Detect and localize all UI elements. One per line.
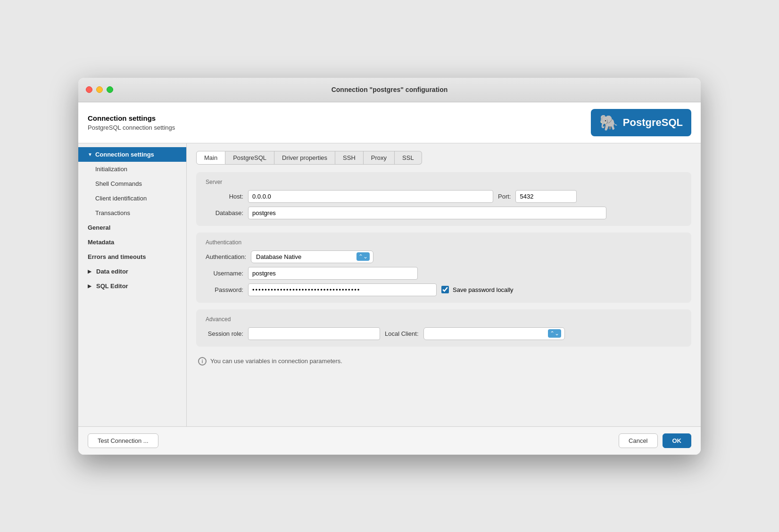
header-text: Connection settings PostgreSQL connectio… <box>88 114 175 131</box>
server-section-label: Server <box>206 179 682 185</box>
password-label: Password: <box>206 286 243 293</box>
info-icon: i <box>198 357 207 366</box>
advanced-section: Advanced Session role: Local Client: <box>196 309 691 347</box>
port-label: Port: <box>498 193 511 200</box>
database-label: Database: <box>206 209 243 216</box>
tab-ssh[interactable]: SSH <box>335 151 364 165</box>
postgresql-logo-text: PostgreSQL <box>623 116 683 129</box>
sidebar-item-label: Shell Commands <box>95 180 142 187</box>
dialog-buttons: Cancel OK <box>619 433 691 448</box>
cancel-button[interactable]: Cancel <box>619 433 657 448</box>
save-password-label: Save password locally <box>453 286 514 293</box>
sidebar-item-label: Connection settings <box>95 151 154 158</box>
session-role-label: Session role: <box>206 330 243 337</box>
postgresql-logo: 🐘 PostgreSQL <box>591 109 691 136</box>
sidebar-item-label: Initialization <box>95 166 127 173</box>
minimize-button[interactable] <box>96 86 103 93</box>
sidebar-item-label: Client identification <box>95 195 147 202</box>
close-button[interactable] <box>86 86 92 93</box>
auth-row: Authentication: Database Native <box>206 250 682 263</box>
traffic-lights <box>86 86 113 93</box>
sidebar-item-label: Errors and timeouts <box>88 253 146 260</box>
postgresql-icon: 🐘 <box>599 114 618 132</box>
header-subtitle: PostgreSQL connection settings <box>88 124 175 131</box>
info-row: i You can use variables in connection pa… <box>196 353 691 369</box>
auth-section: Authentication Authentication: Database … <box>196 233 691 303</box>
sidebar-item-data-editor[interactable]: ▶ Data editor <box>78 264 186 279</box>
test-connection-button[interactable]: Test Connection ... <box>88 433 158 448</box>
port-input[interactable] <box>515 190 577 203</box>
sidebar-item-shell-commands[interactable]: Shell Commands <box>78 176 186 191</box>
local-client-select[interactable] <box>423 327 565 340</box>
username-label: Username: <box>206 270 243 277</box>
host-row: Host: Port: <box>206 190 682 203</box>
info-text: You can use variables in connection para… <box>210 357 342 365</box>
titlebar: Connection "postgres" configuration <box>78 78 701 102</box>
sidebar-item-transactions[interactable]: Transactions <box>78 206 186 220</box>
save-password-checkbox[interactable] <box>441 286 449 293</box>
right-panel: Main PostgreSQL Driver properties SSH Pr… <box>187 143 701 426</box>
database-input[interactable] <box>248 207 606 219</box>
username-row: Username: <box>206 267 682 280</box>
tab-bar: Main PostgreSQL Driver properties SSH Pr… <box>196 151 691 165</box>
host-input[interactable] <box>248 190 493 203</box>
sidebar-item-label: Transactions <box>95 209 130 216</box>
chevron-right-icon: ▶ <box>88 283 91 289</box>
host-label: Host: <box>206 193 243 200</box>
main-content: ▼ Connection settings Initialization She… <box>78 143 701 426</box>
auth-select[interactable]: Database Native <box>251 250 373 263</box>
sidebar-item-connection-settings[interactable]: ▼ Connection settings <box>78 147 186 162</box>
sidebar: ▼ Connection settings Initialization She… <box>78 143 187 426</box>
session-role-input[interactable] <box>248 327 380 340</box>
tab-main[interactable]: Main <box>196 151 225 165</box>
auth-label: Authentication: <box>206 253 246 260</box>
tab-driver-properties[interactable]: Driver properties <box>274 151 335 165</box>
header-area: Connection settings PostgreSQL connectio… <box>78 102 701 143</box>
advanced-row: Session role: Local Client: <box>206 327 682 340</box>
bottom-bar: Test Connection ... Cancel OK <box>78 426 701 455</box>
tab-ssl[interactable]: SSL <box>395 151 422 165</box>
username-input[interactable] <box>248 267 418 280</box>
sidebar-item-metadata[interactable]: Metadata <box>78 235 186 249</box>
password-row: Password: Save password locally <box>206 283 682 296</box>
ok-button[interactable]: OK <box>663 433 692 448</box>
window-title: Connection "postgres" configuration <box>331 86 448 93</box>
sidebar-item-sql-editor[interactable]: ▶ SQL Editor <box>78 279 186 293</box>
save-password-row: Save password locally <box>441 286 514 293</box>
main-window: Connection "postgres" configuration Conn… <box>78 78 701 455</box>
sidebar-item-client-identification[interactable]: Client identification <box>78 191 186 206</box>
header-title: Connection settings <box>88 114 175 122</box>
sidebar-item-label: Metadata <box>88 239 114 246</box>
chevron-right-icon: ▶ <box>88 269 91 274</box>
password-input[interactable] <box>248 283 437 296</box>
advanced-section-label: Advanced <box>206 316 682 323</box>
database-row: Database: <box>206 207 682 219</box>
sidebar-item-label: Data editor <box>96 268 128 275</box>
sidebar-item-label: SQL Editor <box>96 283 128 290</box>
sidebar-item-initialization[interactable]: Initialization <box>78 162 186 176</box>
tab-proxy[interactable]: Proxy <box>364 151 395 165</box>
sidebar-item-label: General <box>88 224 110 231</box>
tab-postgresql[interactable]: PostgreSQL <box>225 151 274 165</box>
sidebar-item-errors-and-timeouts[interactable]: Errors and timeouts <box>78 249 186 264</box>
maximize-button[interactable] <box>107 86 113 93</box>
local-client-select-wrapper <box>423 327 565 340</box>
local-client-label: Local Client: <box>385 330 419 337</box>
auth-select-wrapper: Database Native <box>251 250 373 263</box>
auth-section-label: Authentication <box>206 239 682 246</box>
sidebar-item-general[interactable]: General <box>78 220 186 235</box>
chevron-down-icon: ▼ <box>88 152 92 157</box>
server-section: Server Host: Port: Database: <box>196 172 691 226</box>
